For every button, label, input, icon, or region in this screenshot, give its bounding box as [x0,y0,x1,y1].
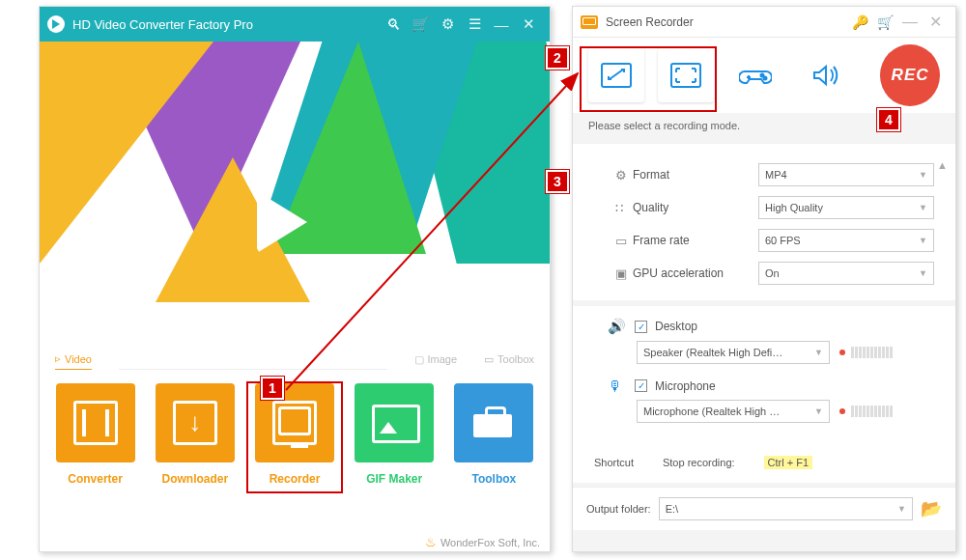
callout-1: 1 [261,377,284,400]
callout-2: 2 [546,46,569,70]
callout-3: 3 [546,170,569,193]
svg-line-5 [286,73,578,390]
annotation-arrow [0,0,966,560]
highlight-box-modes [580,46,717,112]
callout-4: 4 [877,108,900,131]
